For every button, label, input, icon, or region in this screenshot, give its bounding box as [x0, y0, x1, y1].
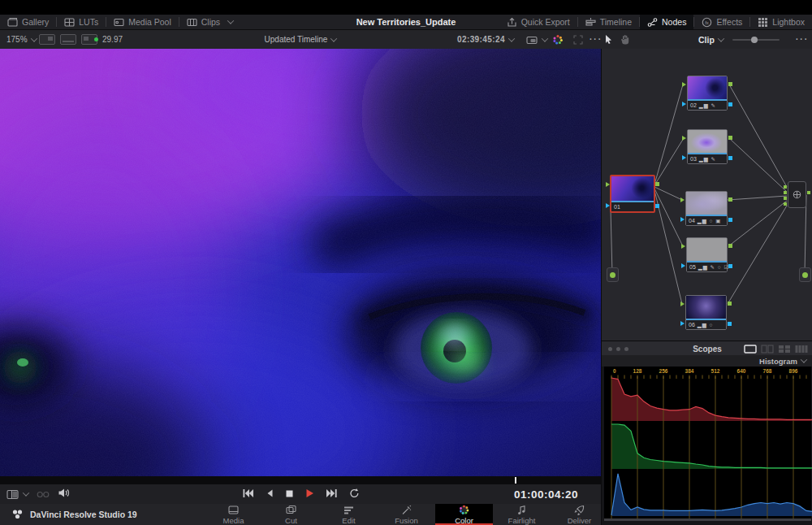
color-page-icon: [459, 505, 469, 515]
viewer-scrub-bar[interactable]: [0, 476, 601, 484]
timeline-selector-dropdown[interactable]: Updated Timeline: [265, 35, 337, 44]
viewer-options-menu[interactable]: ···: [590, 30, 603, 49]
expand-viewer-button[interactable]: [573, 30, 583, 49]
key-input-pin[interactable]: [680, 321, 685, 326]
key-output-pin[interactable]: [728, 102, 732, 106]
node-02[interactable]: 02▂▆ ✎: [687, 76, 728, 111]
page-tab-color[interactable]: Color: [435, 504, 493, 525]
color-palette-icon: [552, 34, 564, 46]
rgb-output-pin[interactable]: [655, 182, 659, 186]
rgb-input-pin[interactable]: [680, 197, 685, 202]
key-input-pin[interactable]: [681, 263, 685, 268]
rgb-input-pin[interactable]: [682, 136, 686, 141]
rgb-output-pin[interactable]: [728, 244, 732, 248]
rgb-output-pin[interactable]: [728, 302, 732, 306]
key-output-pin[interactable]: [728, 218, 732, 222]
rgb-input-pin[interactable]: [680, 302, 685, 306]
button-label: Clips: [201, 17, 220, 27]
hand-icon: [620, 34, 630, 45]
grid-scope-layout-icon[interactable]: [795, 345, 808, 354]
loop-button[interactable]: [349, 487, 360, 501]
fps-value: 29.97: [102, 35, 123, 44]
node-mode-label: Clip: [698, 35, 715, 45]
go-to-start-button[interactable]: [242, 487, 254, 501]
chevron-down-icon: [330, 35, 337, 41]
pointer-tool-button[interactable]: [604, 30, 613, 49]
node-03[interactable]: 03▂▆ ✎: [687, 129, 728, 164]
node-graph[interactable]: 01 02▂▆ ✎ 03▂▆ ✎ 04▂▆ ○ ▣: [602, 49, 812, 341]
play-button[interactable]: [305, 487, 314, 501]
key-input-pin[interactable]: [606, 203, 610, 208]
toolbar-gallery-button[interactable]: Gallery: [0, 15, 56, 29]
node-06[interactable]: 06▂▆ ○: [685, 295, 727, 330]
toolbar-nodes-button[interactable]: Nodes: [640, 15, 693, 29]
playhead-marker[interactable]: [515, 477, 516, 484]
node-options-menu[interactable]: ···: [796, 30, 809, 49]
camera-raw-dropdown[interactable]: [526, 30, 547, 49]
toolbar-lightbox-button[interactable]: Lightbox: [750, 15, 812, 29]
node-number: 03: [690, 156, 697, 162]
svg-text:896: 896: [789, 368, 798, 374]
single-viewer-button[interactable]: [39, 34, 55, 45]
node-zoom-slider[interactable]: [732, 30, 780, 49]
key-output-pin[interactable]: [728, 156, 732, 160]
toolbar-quick-export-button[interactable]: Quick Export: [499, 15, 577, 29]
page-tab-fusion[interactable]: Fusion: [378, 504, 435, 525]
viewer-zoom-dropdown[interactable]: 175%: [6, 30, 37, 49]
record-timecode-dropdown[interactable]: 02:39:45:24: [457, 30, 514, 49]
page-tab-edit[interactable]: Edit: [320, 504, 378, 525]
page-tab-cut[interactable]: Cut: [262, 504, 320, 525]
toolbar-timeline-button[interactable]: Timeline: [578, 15, 639, 29]
toolbar-luts-button[interactable]: LUTs: [57, 15, 106, 29]
quad-scope-layout-icon[interactable]: [778, 345, 791, 354]
step-back-button[interactable]: [266, 487, 274, 501]
key-input-pin[interactable]: [682, 102, 686, 106]
toolbar-media-pool-button[interactable]: Media Pool: [106, 15, 179, 29]
stop-button[interactable]: [285, 487, 294, 501]
viewer-zoom-value: 175%: [6, 35, 28, 44]
dual-scope-layout-icon[interactable]: [761, 345, 774, 354]
layer-mixer-node[interactable]: [788, 181, 806, 208]
key-output-pin[interactable]: [728, 322, 732, 326]
rgb-output-pin[interactable]: [728, 82, 732, 86]
node-badges: ▂▆ ✎: [699, 156, 716, 163]
lightbox-icon: [758, 17, 768, 28]
page-tab-fairlight[interactable]: Fairlight: [493, 504, 551, 525]
rgb-input-pin[interactable]: [606, 182, 610, 187]
scope-mode-dropdown[interactable]: Histogram: [602, 355, 812, 367]
source-input-node[interactable]: [607, 267, 619, 282]
step-forward-button[interactable]: [326, 487, 338, 501]
rgb-input-pin[interactable]: [682, 82, 686, 87]
svg-text:256: 256: [659, 368, 668, 374]
key-output-pin[interactable]: [655, 204, 659, 208]
viewer-toolbar: 175% 29.97 Updated Timeline 02:39:45:24: [0, 30, 812, 50]
rgb-output-pin[interactable]: [728, 136, 732, 140]
mixer-output-pin: [807, 191, 810, 194]
fusion-page-icon: [401, 505, 412, 515]
node-05[interactable]: 05▂▆ ✎ ○ ☑: [686, 237, 728, 272]
page-tab-media[interactable]: Media: [205, 504, 262, 525]
single-scope-layout-icon[interactable]: [744, 345, 757, 354]
slider-thumb[interactable]: [751, 37, 758, 43]
node-thumbnail: [688, 76, 727, 101]
button-label: Timeline: [600, 17, 632, 27]
node-04[interactable]: 04▂▆ ○ ▣: [685, 191, 728, 226]
split-viewer-button[interactable]: [60, 34, 76, 45]
toolbar-effects-button[interactable]: fxEffects: [694, 15, 749, 29]
key-input-pin[interactable]: [682, 155, 686, 160]
node-mode-dropdown[interactable]: Clip: [698, 30, 723, 49]
toolbar-clips-button[interactable]: Clips: [179, 15, 240, 29]
page-tab-deliver[interactable]: Deliver: [551, 504, 608, 525]
frame-rate-indicator: 29.97: [94, 30, 123, 49]
rgb-input-pin[interactable]: [681, 244, 685, 249]
node-01[interactable]: 01: [610, 175, 655, 213]
chevron-down-icon: [801, 356, 807, 362]
pan-tool-button[interactable]: [620, 30, 630, 49]
camera-icon: [526, 35, 538, 45]
output-node[interactable]: [799, 267, 811, 282]
rgb-output-pin[interactable]: [728, 197, 732, 202]
color-viewer[interactable]: [0, 49, 601, 476]
grab-still-button[interactable]: [552, 30, 564, 49]
key-input-pin[interactable]: [680, 217, 685, 222]
key-output-pin[interactable]: [728, 264, 732, 268]
